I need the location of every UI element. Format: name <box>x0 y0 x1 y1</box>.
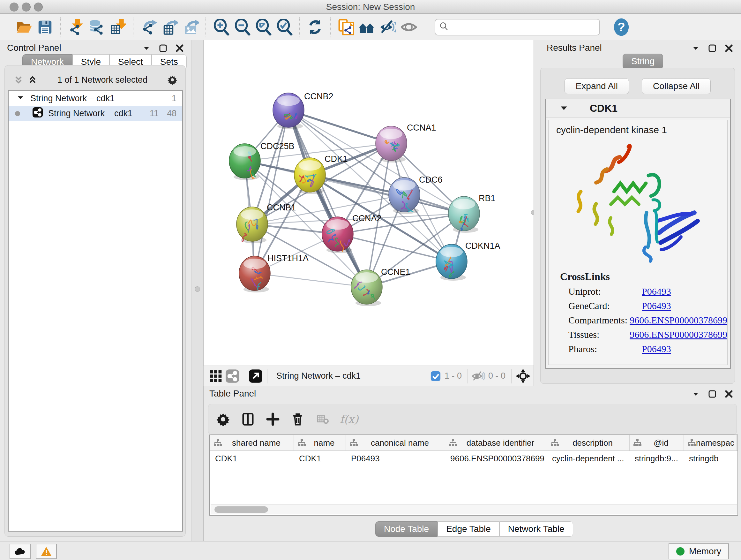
tab-edge-table[interactable]: Edge Table <box>437 521 499 537</box>
grid-view-icon[interactable] <box>207 368 224 384</box>
toolbar-button-zoom-in[interactable] <box>211 17 232 37</box>
function-builder-icon[interactable]: f(x) <box>340 413 358 426</box>
table-cell[interactable]: stringdb <box>684 451 737 466</box>
close-panel-icon[interactable] <box>724 44 734 53</box>
left-splitter-grip[interactable] <box>195 287 200 292</box>
toolbar-button-export-table[interactable] <box>159 17 180 37</box>
toolbar-button-hide-graphics-details[interactable] <box>377 17 398 37</box>
table-cell[interactable]: CDK1 <box>294 451 346 466</box>
collapse-all-networks-icon[interactable] <box>14 75 23 84</box>
toolbar-button-open-file[interactable] <box>13 17 35 37</box>
undock-panel-icon[interactable] <box>708 389 717 399</box>
delete-table-icon[interactable] <box>315 412 330 427</box>
toolbar-button-import-table[interactable] <box>107 17 128 37</box>
tab-string[interactable]: String <box>623 54 663 69</box>
table-cell[interactable]: cyclin-dependent ... <box>547 451 630 466</box>
table-horizontal-scrollbar[interactable] <box>211 504 737 514</box>
close-panel-icon[interactable] <box>724 389 734 399</box>
export-network-icon <box>140 19 157 36</box>
crosslink-link[interactable]: 9606.ENSP00000378699 <box>630 329 727 340</box>
column-header--id[interactable]: @id <box>630 435 684 450</box>
column-header-description[interactable]: description <box>547 435 630 450</box>
birds-eye-view-icon[interactable] <box>515 368 531 384</box>
network-node-HIST1H1A[interactable]: HIST1H1A <box>239 253 309 293</box>
node-card-body: cyclin-dependent kinase 1 <box>548 120 728 365</box>
network-counts: 1148 <box>150 109 182 118</box>
undock-panel-icon[interactable] <box>708 44 717 53</box>
column-header-name[interactable]: name <box>294 435 346 450</box>
network-node-CCNB1[interactable]: CCNB1 <box>237 203 296 243</box>
float-panel-icon[interactable] <box>691 44 700 53</box>
share-network-icon[interactable] <box>224 368 241 384</box>
select-columns-icon[interactable] <box>240 412 256 427</box>
search-input[interactable] <box>449 22 596 32</box>
cloud-icon <box>14 547 26 556</box>
cloud-status-button[interactable] <box>10 544 30 559</box>
table-row[interactable]: CDK1CDK1P064939606.ENSP00000378699cyclin… <box>210 451 738 466</box>
network-node-RB1[interactable]: RB1 <box>448 193 495 233</box>
tab-node-table[interactable]: Node Table <box>375 521 437 537</box>
table-cell[interactable]: 9606.ENSP00000378699 <box>445 451 547 466</box>
network-node-CDK1[interactable]: CDK1 <box>294 154 347 194</box>
crosslink-link[interactable]: P06493 <box>642 286 671 297</box>
crosslink-link[interactable]: P06493 <box>642 300 671 311</box>
network-tree-row[interactable]: String Network – cdk11148 <box>9 106 182 121</box>
float-panel-icon[interactable] <box>691 389 700 399</box>
title-bar: Session: New Session <box>0 0 741 14</box>
network-options-gear-icon[interactable] <box>167 75 177 84</box>
status-bar: Memory <box>0 541 741 560</box>
toolbar-button-export-image[interactable] <box>180 17 201 37</box>
table-cell[interactable]: stringdb:9... <box>630 451 684 466</box>
network-tree-row[interactable]: String Network – cdk11 <box>9 91 182 106</box>
node-card-header[interactable]: CDK1 <box>546 99 730 118</box>
refresh-icon <box>307 19 323 36</box>
network-edge[interactable] <box>288 110 391 143</box>
column-header-namespac[interactable]: namespac <box>684 435 737 450</box>
network-canvas[interactable]: CCNB2CCNA1CDC25BCDK1CDC6RB1CCNB1CCNA2CDK… <box>203 40 534 366</box>
scrollbar-thumb[interactable] <box>214 506 268 513</box>
network-node-CDC6[interactable]: CDC6 <box>389 175 443 214</box>
search-box[interactable] <box>434 19 600 36</box>
network-node-CCNE1[interactable]: CCNE1 <box>351 267 410 306</box>
toolbar-button-save-session[interactable] <box>35 17 56 37</box>
selected-checkbox-icon[interactable] <box>429 368 442 384</box>
toolbar-button-zoom-out[interactable] <box>232 17 253 37</box>
warnings-button[interactable] <box>36 544 57 559</box>
search-icon <box>439 22 449 33</box>
network-edge[interactable] <box>255 273 367 287</box>
expand-all-button[interactable]: Expand All <box>564 78 629 94</box>
create-column-icon[interactable] <box>265 412 280 427</box>
toolbar-button-zoom-selected[interactable] <box>274 17 295 37</box>
help-button[interactable]: ? <box>613 17 630 37</box>
network-node-CDKN1A[interactable]: CDKN1A <box>436 241 500 281</box>
toolbar-button-show-graphics-details[interactable] <box>398 17 419 37</box>
table-cell[interactable]: CDK1 <box>210 451 294 466</box>
expand-all-networks-icon[interactable] <box>28 75 37 84</box>
float-panel-icon[interactable] <box>142 44 151 53</box>
hidden-eye-icon[interactable] <box>471 368 486 384</box>
column-header-database-identifier[interactable]: database identifier <box>445 435 547 450</box>
toolbar-button-houses[interactable] <box>356 17 377 37</box>
undock-panel-icon[interactable] <box>158 44 168 53</box>
toolbar-button-refresh[interactable] <box>305 17 326 37</box>
toolbar-button-import-network[interactable] <box>65 17 86 37</box>
crosslink-link[interactable]: P06493 <box>642 344 671 354</box>
open-in-window-icon[interactable] <box>247 368 264 384</box>
delete-column-icon[interactable] <box>290 412 306 427</box>
toolbar-button-export-network[interactable] <box>138 17 159 37</box>
memory-button[interactable]: Memory <box>669 543 729 559</box>
collapse-all-button[interactable]: Collapse All <box>642 78 711 94</box>
tab-network-table[interactable]: Network Table <box>499 521 573 537</box>
toolbar-button-zoom-fit[interactable] <box>253 17 274 37</box>
collapse-card-icon[interactable] <box>559 104 569 113</box>
close-panel-icon[interactable] <box>175 44 185 53</box>
toolbar-group <box>60 17 133 37</box>
column-header-canonical-name[interactable]: canonical name <box>346 435 445 450</box>
table-cell[interactable]: P06493 <box>346 451 445 466</box>
toolbar-button-duplicate-network[interactable] <box>335 17 356 37</box>
table-options-gear-icon[interactable] <box>215 412 231 427</box>
crosslink-link[interactable]: 9606.ENSP00000378699 <box>630 315 727 326</box>
column-header-shared-name[interactable]: shared name <box>210 435 294 450</box>
tree-expander-icon[interactable] <box>17 94 24 104</box>
toolbar-button-import-database[interactable] <box>86 17 107 37</box>
